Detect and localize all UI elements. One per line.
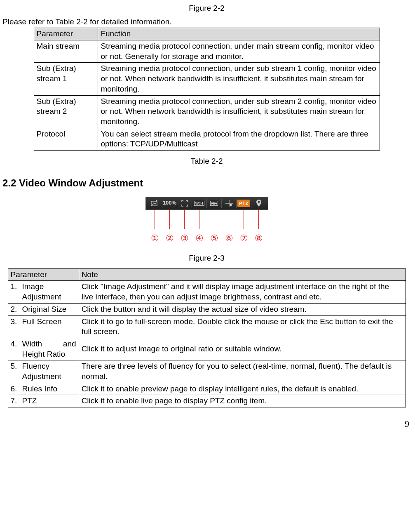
table-row: Sub (Extra) stream 2 Streaming media pro…: [34, 95, 380, 128]
param-cell: 2.Original Size: [8, 303, 79, 315]
table-header-row: Parameter Function: [34, 28, 380, 40]
param-cell: 5.Fluency Adjustment: [8, 360, 79, 383]
note-cell: Click "Image Adjustment" and it will dis…: [79, 281, 406, 303]
note-cell: Click it to go to full-screen mode. Doub…: [79, 315, 406, 338]
note-cell: Click it to adjust image to original rat…: [79, 338, 406, 360]
fluency-icon: RX: [207, 197, 222, 210]
table-2-2: Parameter Function Main stream Streaming…: [34, 28, 380, 151]
image-adjustment-icon: [148, 197, 162, 210]
table-row: 1.Image Adjustment Click "Image Adjustme…: [8, 281, 406, 303]
figure-2-3: 100% W:H RX PTZ ① ② ③ ④ ⑤ ⑥ ⑦ ⑧: [2, 197, 411, 244]
note-cell: Click the button and it will display the…: [79, 303, 406, 315]
func-cell: Streaming media protocol connection, und…: [98, 63, 380, 95]
table-header-row: Parameter Note: [8, 268, 406, 281]
param-cell: Sub (Extra) stream 2: [34, 95, 98, 128]
col-parameter: Parameter: [34, 28, 98, 40]
param-cell: 4.Width andHeight Ratio: [8, 338, 79, 360]
circled-numbers: ① ② ③ ④ ⑤ ⑥ ⑦ ⑧: [148, 233, 266, 245]
table-row: 3.Full Screen Click it to go to full-scr…: [8, 315, 406, 338]
svg-point-3: [230, 204, 232, 206]
table-2-3: Parameter Note 1.Image Adjustment Click …: [8, 268, 406, 407]
table-row: 6.Rules Info Click it to enable preview …: [8, 383, 406, 395]
rules-info-icon: [222, 197, 237, 210]
table-row: Sub (Extra) stream 1 Streaming media pro…: [34, 63, 380, 95]
page-number: 9: [2, 418, 411, 430]
param-cell: 6.Rules Info: [8, 383, 79, 395]
param-cell: 1.Image Adjustment: [8, 281, 79, 303]
figure-2-2-caption: Figure 2-2: [2, 3, 411, 14]
param-cell: Main stream: [34, 40, 98, 63]
func-cell: Streaming media protocol connection, und…: [98, 95, 380, 128]
ptz-icon: PTZ: [237, 197, 251, 210]
original-size-icon: 100%: [162, 197, 177, 210]
figure-2-3-caption: Figure 2-3: [2, 253, 411, 264]
table-row: 7.PTZ Click it to enable live page to di…: [8, 395, 406, 407]
note-cell: There are three levels of fluency for yo…: [79, 360, 406, 383]
wh-ratio-icon: W:H: [192, 197, 207, 210]
note-cell: Click it to enable live page to display …: [79, 395, 406, 407]
param-cell: Sub (Extra) stream 1: [34, 63, 98, 95]
param-cell: Protocol: [34, 128, 98, 150]
col-note: Note: [79, 268, 406, 281]
col-function: Function: [98, 28, 380, 40]
param-cell: 7.PTZ: [8, 395, 79, 407]
pointer-lines: [148, 210, 266, 229]
table-row: 2.Original Size Click the button and it …: [8, 303, 406, 315]
video-toolbar: 100% W:H RX PTZ: [145, 197, 268, 210]
func-cell: You can select stream media protocol fro…: [98, 128, 380, 150]
table-row: Main stream Streaming media protocol con…: [34, 40, 380, 63]
table-2-2-caption: Table 2-2: [2, 156, 411, 167]
zoom-focus-icon: [251, 197, 266, 210]
intro-text: Please refer to Table 2-2 for detailed i…: [2, 17, 411, 27]
section-heading: 2.2 Video Window Adjustment: [2, 177, 411, 189]
col-parameter: Parameter: [8, 268, 79, 281]
table-row: 4.Width andHeight Ratio Click it to adju…: [8, 338, 406, 360]
table-row: Protocol You can select stream media pro…: [34, 128, 380, 150]
note-cell: Click it to enable preview page to displ…: [79, 383, 406, 395]
func-cell: Streaming media protocol connection, und…: [98, 40, 380, 63]
table-row: 5.Fluency Adjustment There are three lev…: [8, 360, 406, 383]
param-cell: 3.Full Screen: [8, 315, 79, 338]
wh-line1: Width and: [22, 339, 76, 349]
svg-point-4: [258, 201, 260, 203]
fullscreen-icon: [177, 197, 192, 210]
